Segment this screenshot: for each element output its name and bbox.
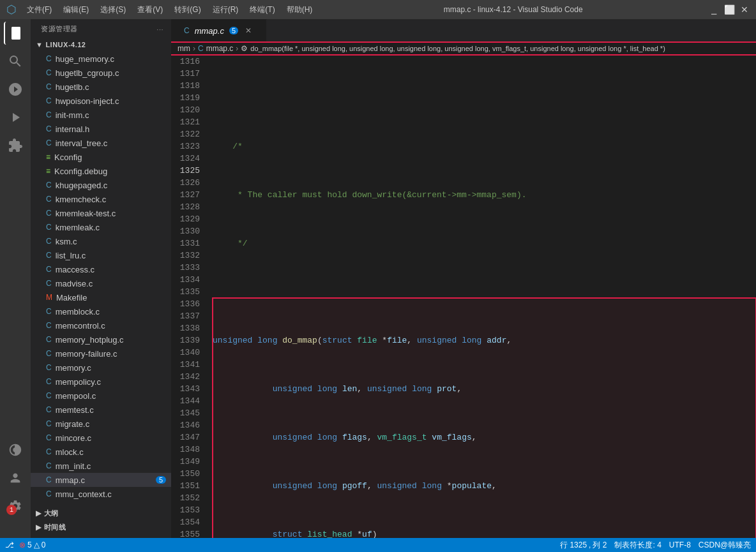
col-val: 列 2	[593, 540, 607, 551]
tab-bar: C mmap.c 5 ✕	[171, 19, 756, 41]
c-file-icon: C	[46, 377, 52, 386]
sidebar-more-options[interactable]: ···	[156, 26, 163, 33]
file-memory-failure[interactable]: C memory-failure.c	[31, 347, 171, 361]
menu-run[interactable]: 运行(R)	[208, 3, 244, 17]
ln-1354: 1354	[171, 516, 200, 528]
file-kconfig[interactable]: ≡ Kconfig	[31, 150, 171, 164]
file-kconfig-debug[interactable]: ≡ Kconfig.debug	[31, 164, 171, 178]
status-bar-left: ⎇ ⊗ 5 △ 0	[5, 541, 45, 549]
file-ksm[interactable]: C ksm.c	[31, 234, 171, 248]
ln-1337: 1337	[171, 310, 200, 322]
file-memory[interactable]: C memory.c	[31, 361, 171, 375]
encoding-label: UTF-8	[669, 541, 691, 549]
menu-select[interactable]: 选择(S)	[95, 3, 131, 17]
file-kmemleak[interactable]: C kmemleak.c	[31, 220, 171, 234]
ln-1343: 1343	[171, 383, 200, 395]
file-memcontrol[interactable]: C memcontrol.c	[31, 318, 171, 332]
menu-terminal[interactable]: 终端(T)	[245, 3, 280, 17]
file-hugetlb_cgroup[interactable]: C hugetlb_cgroup.c	[31, 66, 171, 80]
status-errors[interactable]: ⊗ 5 △ 0	[19, 541, 45, 549]
menu-view[interactable]: 查看(V)	[132, 3, 168, 17]
outline-label: 大纲	[44, 509, 59, 518]
file-mmu_context[interactable]: C mmu_context.c	[31, 487, 171, 501]
menu-edit[interactable]: 编辑(E)	[58, 3, 94, 17]
activity-search[interactable]	[4, 50, 27, 73]
file-memtest[interactable]: C memtest.c	[31, 403, 171, 417]
csdn-label: CSDN@韩臻亮	[699, 540, 751, 551]
ln-1328: 1328	[171, 201, 200, 213]
file-mincore[interactable]: C mincore.c	[31, 431, 171, 445]
file-mlock[interactable]: C mlock.c	[31, 445, 171, 459]
ln-1331: 1331	[171, 237, 200, 250]
file-memblock[interactable]: C memblock.c	[31, 304, 171, 318]
activity-source-control[interactable]	[4, 78, 27, 101]
file-makefile[interactable]: M Makefile	[31, 290, 171, 304]
breadcrumb-func[interactable]: do_mmap(file *, unsigned long, unsigned …	[250, 45, 665, 52]
status-csdn: CSDN@韩臻亮	[699, 540, 751, 551]
outline-header[interactable]: ▶ 大纲	[31, 506, 171, 520]
activity-account[interactable]	[4, 466, 27, 489]
timeline-header[interactable]: ▶ 时间线	[31, 520, 171, 534]
status-tabsize[interactable]: 制表符长度: 4	[614, 540, 661, 551]
ln-1345: 1345	[171, 407, 200, 419]
branch-icon: ⎇	[5, 541, 14, 549]
c-file-icon: C	[46, 349, 52, 358]
file-init-mm[interactable]: C init-mm.c	[31, 108, 171, 122]
file-khugepaged[interactable]: C khugepaged.c	[31, 178, 171, 192]
breadcrumb-sep2: ›	[236, 44, 238, 53]
activity-debug[interactable]	[4, 106, 27, 129]
activity-remote[interactable]	[4, 438, 27, 461]
file-kmemcheck[interactable]: C kmemcheck.c	[31, 192, 171, 206]
file-kmemleak-test[interactable]: C kmemleak-test.c	[31, 206, 171, 220]
window-maximize[interactable]: ⬜	[724, 4, 734, 15]
menu-file[interactable]: 文件(F)	[22, 3, 57, 17]
file-mmap[interactable]: C mmap.c 5	[31, 473, 171, 487]
ln-1322: 1322	[171, 128, 200, 140]
window-minimize[interactable]: ⎯	[709, 4, 719, 15]
c-file-icon: C	[46, 223, 52, 232]
status-position[interactable]: 行 1325 , 列 2	[560, 540, 607, 551]
titlebar-menus: 文件(F) 编辑(E) 选择(S) 查看(V) 转到(G) 运行(R) 终端(T…	[22, 3, 317, 17]
file-mempool[interactable]: C mempool.c	[31, 389, 171, 403]
file-hwpoison[interactable]: C hwpoison-inject.c	[31, 94, 171, 108]
file-maccess[interactable]: C maccess.c	[31, 262, 171, 276]
file-memory_hotplug[interactable]: C memory_hotplug.c	[31, 332, 171, 347]
file-internal[interactable]: C internal.h	[31, 122, 171, 136]
file-interval_tree[interactable]: C interval_tree.c	[31, 136, 171, 150]
vscode-logo: ⬡	[6, 3, 17, 17]
timeline-section: ▶ 时间线	[31, 520, 171, 534]
warning-icon: △	[34, 541, 40, 549]
status-branch[interactable]: ⎇	[5, 541, 14, 549]
breadcrumb-mm[interactable]: mm	[178, 44, 190, 53]
menu-goto[interactable]: 转到(G)	[169, 3, 206, 17]
status-encoding[interactable]: UTF-8	[669, 541, 691, 549]
file-madvise[interactable]: C madvise.c	[31, 276, 171, 290]
file-mm_init[interactable]: C mm_init.c	[31, 459, 171, 473]
file-list_lru[interactable]: C list_lru.c	[31, 248, 171, 262]
activity-extensions[interactable]	[4, 134, 27, 157]
c-file-icon: C	[46, 237, 52, 246]
file-migrate[interactable]: C migrate.c	[31, 417, 171, 431]
breadcrumb: mm › C mmap.c › ⚙ do_mmap(file *, unsign…	[171, 41, 756, 56]
file-mempolicy[interactable]: C mempolicy.c	[31, 375, 171, 389]
code-line-1324: struct list_head *uf)	[213, 528, 756, 538]
code-content[interactable]: /* * The caller must hold down_write(&cu…	[206, 56, 756, 538]
menu-help[interactable]: 帮助(H)	[282, 3, 318, 17]
c-file-icon: C	[46, 363, 52, 372]
file-huge_memory[interactable]: C huge_memory.c	[31, 52, 171, 66]
code-line-1316	[213, 92, 756, 104]
code-line-1320: unsigned long do_mmap(struct file *file,…	[213, 334, 756, 347]
file-hugetlb[interactable]: C hugetlb.c	[31, 80, 171, 94]
window-close[interactable]: ✕	[739, 4, 750, 15]
ln-1333: 1333	[171, 262, 200, 274]
code-editor[interactable]: 1316 1317 1318 1319 1320 1321 1322 1323 …	[171, 56, 756, 538]
breadcrumb-file[interactable]: mmap.c	[206, 44, 234, 53]
tree-root-header[interactable]: ▼ LINUX-4.12	[31, 38, 171, 52]
activity-explorer[interactable]	[4, 22, 27, 45]
ln-1336: 1336	[171, 298, 200, 310]
tab-close-btn[interactable]: ✕	[243, 26, 253, 36]
col-label: ,	[589, 541, 591, 549]
c-file-icon: C	[46, 461, 52, 470]
ln-1334: 1334	[171, 274, 200, 286]
tab-mmap[interactable]: C mmap.c 5 ✕	[171, 19, 267, 41]
